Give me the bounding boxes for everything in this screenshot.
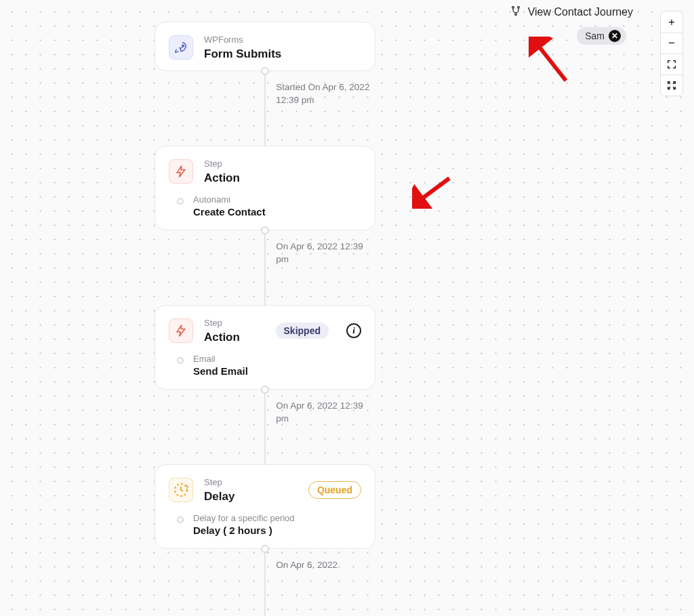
connector: On Apr 6, 2022 12:39 pm — [155, 390, 375, 464]
workflow-node[interactable]: StepDelayQueuedDelay for a specific peri… — [155, 464, 375, 549]
workflow-node[interactable]: WPFormsForm Submits — [155, 22, 375, 71]
timestamp: Started On Apr 6, 2022 12:39 pm — [276, 81, 377, 107]
node-super: Step — [204, 318, 265, 329]
bolt-icon — [169, 319, 193, 343]
fullscreen-button[interactable] — [661, 75, 682, 96]
node-super: Step — [204, 159, 361, 170]
workflow-canvas[interactable]: WPFormsForm SubmitsStarted On Apr 6, 202… — [155, 22, 375, 616]
timestamp: On Apr 6, 2022 12:39 pm — [276, 399, 377, 426]
contact-chip-name: Sam — [585, 30, 605, 41]
node-body-super: Autonami — [193, 194, 361, 205]
node-title: Form Submits — [204, 47, 361, 61]
node-title: Action — [204, 331, 265, 344]
node-title: Action — [204, 171, 361, 185]
zoom-in-button[interactable]: + — [661, 12, 682, 33]
timestamp: On Apr 6, 2022 — [276, 558, 377, 572]
rocket-icon — [169, 35, 193, 60]
node-super: Step — [204, 477, 298, 489]
node-body-super: Delay for a specific period — [193, 513, 361, 523]
node-body-title: Send Email — [193, 365, 361, 377]
svg-point-1 — [517, 6, 519, 8]
sub-node-dot — [177, 198, 184, 205]
journey-header[interactable]: View Contact Journey — [510, 5, 633, 19]
branch-icon — [510, 5, 521, 19]
workflow-node[interactable]: StepActionSkippediEmailSend Email — [155, 305, 375, 390]
annotation-arrow — [412, 175, 453, 209]
status-badge: Queued — [308, 481, 361, 499]
zoom-out-button[interactable]: − — [661, 33, 682, 54]
timestamp: On Apr 6, 2022 12:39 pm — [276, 240, 377, 266]
svg-point-3 — [182, 45, 184, 47]
status-badge: Skipped — [276, 323, 329, 339]
sub-node-dot — [177, 357, 184, 364]
zoom-controls: + − — [660, 11, 683, 96]
fit-view-button[interactable] — [661, 54, 682, 75]
close-icon[interactable]: ✕ — [609, 30, 621, 42]
node-title: Delay — [204, 490, 298, 504]
clock-icon — [169, 478, 193, 502]
journey-header-label: View Contact Journey — [528, 6, 633, 18]
node-body-title: Create Contact — [193, 206, 361, 218]
connector: On Apr 6, 2022 12:39 pm — [155, 230, 375, 305]
bolt-icon — [169, 159, 193, 184]
sub-node-dot — [177, 516, 184, 523]
node-super: WPForms — [204, 35, 361, 46]
connector: On Apr 6, 2022 — [155, 549, 375, 616]
annotation-arrow — [529, 37, 569, 84]
workflow-node[interactable]: StepActionAutonamiCreate Contact — [155, 146, 375, 230]
connector: Started On Apr 6, 2022 12:39 pm — [155, 71, 375, 146]
svg-point-2 — [514, 14, 516, 16]
node-body-super: Email — [193, 354, 361, 364]
svg-point-0 — [512, 6, 514, 8]
node-body-title: Delay ( 2 hours ) — [193, 525, 361, 536]
info-icon[interactable]: i — [346, 323, 361, 338]
contact-chip[interactable]: Sam ✕ — [577, 27, 626, 45]
